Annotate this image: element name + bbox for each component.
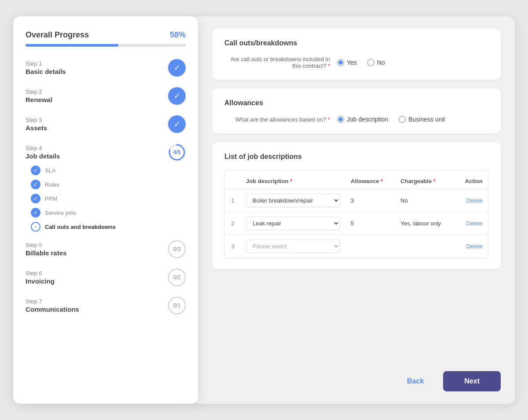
- row-2-allowance: 5: [345, 212, 395, 235]
- step-item-5[interactable]: Step 5 Billable rates 0/3: [26, 240, 186, 258]
- callouts-card-title: Call outs/breakdowns: [224, 39, 488, 47]
- spacer: [212, 278, 501, 355]
- row-1-job-desc: Boiler breakdown/repair: [241, 189, 345, 212]
- sidebar: Overall Progress 58% Step 1 Basic detail…: [13, 16, 198, 404]
- table-row: 2 Leak repair 5 Yes, labour only Delete: [225, 212, 488, 235]
- substep-sla[interactable]: ✓ SLA: [31, 166, 186, 175]
- substep-service-jobs[interactable]: ✓ Service jobs: [31, 208, 186, 217]
- job-descriptions-card: List of job descriptions Job description…: [212, 142, 501, 269]
- row-1-delete-link[interactable]: Delete: [466, 197, 483, 204]
- row-3-num: 3: [225, 235, 241, 258]
- allowances-business-unit-radio[interactable]: [399, 116, 406, 123]
- row-3-chargeable: [395, 235, 455, 258]
- substep-sla-label: SLA: [45, 167, 56, 174]
- col-action-header: Action: [455, 173, 488, 189]
- substep-rules-check: ✓: [31, 180, 40, 189]
- allowances-card-title: Allowances: [224, 99, 488, 107]
- row-3-action: Delete: [455, 235, 488, 258]
- row-3-job-desc-select[interactable]: Please select: [246, 239, 340, 253]
- substep-ppm-check: ✓: [31, 194, 40, 203]
- substep-rules[interactable]: ✓ Rules: [31, 180, 186, 189]
- step-6-badge: 0/2: [168, 269, 186, 286]
- callouts-card: Call outs/breakdowns Are call outs or br…: [212, 29, 501, 80]
- allowances-job-desc-option[interactable]: Job description: [337, 116, 388, 123]
- row-3-allowance: [345, 235, 395, 258]
- callouts-question: Are call outs or breakdowns included in …: [224, 56, 330, 69]
- callouts-yes-radio[interactable]: [337, 59, 344, 66]
- step-7-name: Communications: [26, 306, 79, 313]
- step-5-info: Step 5 Billable rates: [26, 242, 66, 257]
- step-item-6[interactable]: Step 6 Invoicing 0/2: [26, 269, 186, 286]
- table-header-row: Job description * Allowance * Chargeable…: [225, 173, 488, 189]
- next-button[interactable]: Next: [443, 371, 501, 391]
- step-1-badge: ✓: [168, 59, 186, 77]
- substep-ppm[interactable]: ✓ PPM: [31, 194, 186, 203]
- row-2-job-desc-select[interactable]: Leak repair: [246, 217, 340, 230]
- col-allowance-header: Allowance *: [345, 173, 395, 189]
- row-3-delete-link[interactable]: Delete: [466, 243, 483, 250]
- step-5-badge: 0/3: [168, 240, 186, 258]
- step-2-name: Renewal: [26, 96, 52, 103]
- table-row: 3 Please select Delete: [225, 235, 488, 258]
- step-6-label: Step 6: [26, 270, 55, 276]
- row-2-chargeable: Yes, labour only: [395, 212, 455, 235]
- allowances-field-row: What are the allowances based on? * Job …: [224, 116, 488, 123]
- step-4-info: Step 4 Job details: [26, 145, 60, 160]
- callouts-no-option[interactable]: No: [367, 59, 385, 66]
- step-2-label: Step 2: [26, 88, 52, 95]
- step-item-4[interactable]: Step 4 Job details 4/5: [26, 144, 186, 161]
- table-header: Job description * Allowance * Chargeable…: [225, 173, 488, 189]
- step-4-progress: 4/5: [173, 149, 181, 155]
- step-item-1[interactable]: Step 1 Basic details ✓: [26, 59, 186, 77]
- allowances-card: Allowances What are the allowances based…: [212, 88, 501, 133]
- row-2-action: Delete: [455, 212, 488, 235]
- step-1-name: Basic details: [26, 68, 66, 75]
- row-1-allowance: 3: [345, 189, 395, 212]
- allowances-business-unit-option[interactable]: Business unit: [399, 116, 445, 123]
- allowances-job-desc-label: Job description: [347, 116, 388, 123]
- progress-percent: 58%: [170, 30, 186, 40]
- col-chargeable-header: Chargeable *: [395, 173, 455, 189]
- callouts-field-row: Are call outs or breakdowns included in …: [224, 56, 488, 69]
- back-button[interactable]: Back: [396, 372, 434, 391]
- step-7-label: Step 7: [26, 298, 79, 305]
- table-body: 1 Boiler breakdown/repair 3 No Delete: [225, 189, 488, 258]
- step-item-7[interactable]: Step 7 Communications 0/1: [26, 297, 186, 314]
- progress-bar-track: [26, 44, 186, 47]
- substep-service-jobs-label: Service jobs: [45, 210, 76, 216]
- substep-rules-label: Rules: [45, 181, 59, 188]
- row-2-delete-link[interactable]: Delete: [466, 220, 483, 227]
- step-3-label: Step 3: [26, 117, 47, 123]
- table-row: 1 Boiler breakdown/repair 3 No Delete: [225, 189, 488, 212]
- callouts-radio-group: Yes No: [337, 59, 385, 66]
- step-item-2[interactable]: Step 2 Renewal ✓: [26, 87, 186, 105]
- substep-ppm-label: PPM: [45, 195, 57, 202]
- allowances-business-unit-label: Business unit: [408, 116, 445, 123]
- substep-callouts-icon: ›: [31, 222, 40, 232]
- step-4-name: Job details: [26, 152, 60, 160]
- callouts-no-radio[interactable]: [367, 59, 374, 66]
- row-1-job-desc-select[interactable]: Boiler breakdown/repair: [246, 194, 340, 207]
- allowances-radio-group: Job description Business unit: [337, 116, 445, 123]
- step-3-badge: ✓: [168, 115, 186, 133]
- allowances-job-desc-radio[interactable]: [337, 116, 344, 123]
- progress-header: Overall Progress 58%: [26, 30, 186, 40]
- row-1-num: 1: [225, 189, 241, 212]
- col-job-desc-header: Job description *: [241, 173, 345, 189]
- callouts-yes-option[interactable]: Yes: [337, 59, 357, 66]
- job-descriptions-table-wrapper: Job description * Allowance * Chargeable…: [224, 169, 488, 258]
- step-1-label: Step 1: [26, 60, 66, 67]
- step-2-badge: ✓: [168, 87, 186, 105]
- progress-title: Overall Progress: [26, 30, 89, 40]
- step-item-3[interactable]: Step 3 Assets ✓: [26, 115, 186, 133]
- step-5-name: Billable rates: [26, 249, 66, 257]
- substeps: ✓ SLA ✓ Rules ✓ PPM ✓ Service jobs › Cal…: [31, 166, 186, 232]
- footer-actions: Back Next: [212, 364, 501, 391]
- main-content: Call outs/breakdowns Are call outs or br…: [191, 16, 515, 404]
- row-2-job-desc: Leak repair: [241, 212, 345, 235]
- step-4-badge: 4/5: [168, 144, 186, 161]
- substep-callouts[interactable]: › Call outs and breakdowns: [31, 222, 186, 232]
- substep-service-jobs-check: ✓: [31, 208, 40, 217]
- row-3-job-desc: Please select: [241, 235, 345, 258]
- step-7-info: Step 7 Communications: [26, 298, 79, 313]
